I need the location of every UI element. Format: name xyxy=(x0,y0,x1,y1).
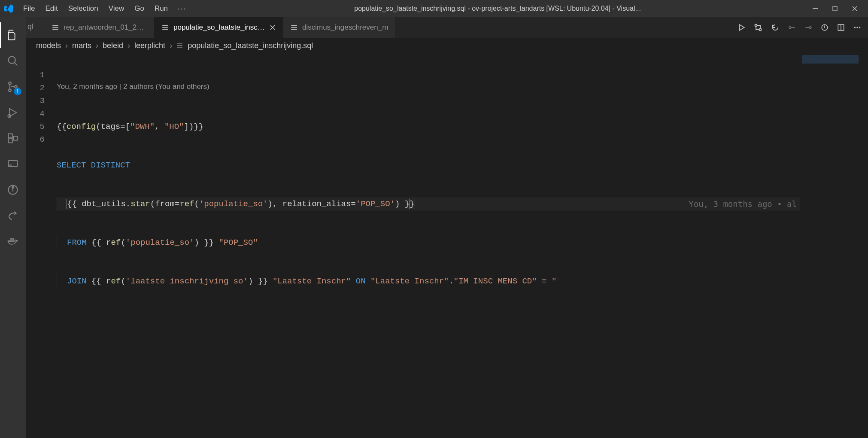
chevron-right-icon: › xyxy=(170,41,172,50)
line-number: 1 xyxy=(26,69,45,82)
line-number: 6 xyxy=(26,133,45,146)
tab-bar: rep_antwoorden_01_2013.sql populatie_so_… xyxy=(26,17,868,38)
sql-file-icon xyxy=(161,24,169,31)
menubar: File Edit Selection View Go Run ··· xyxy=(19,3,190,15)
tab-discimus[interactable]: discimus_ingeschreven_m xyxy=(283,17,395,38)
svg-point-20 xyxy=(759,29,762,31)
code-line: JOIN {{ ref('laatste_inschrijving_so') }… xyxy=(57,275,800,288)
activity-git-graph[interactable] xyxy=(0,177,26,203)
sql-file-icon xyxy=(290,24,298,31)
activity-run-debug[interactable] xyxy=(0,100,26,125)
crumb-marts[interactable]: marts xyxy=(72,41,91,50)
activity-explorer[interactable] xyxy=(0,22,26,48)
code-line xyxy=(57,313,800,326)
tab-overflow-left: ql xyxy=(26,17,35,36)
maximize-icon[interactable] xyxy=(825,0,845,17)
sql-file-icon xyxy=(176,42,183,49)
crumb-models[interactable]: models xyxy=(36,41,61,50)
scm-badge: 1 xyxy=(14,88,21,95)
svg-rect-0 xyxy=(813,8,818,9)
gitlens-codelens[interactable]: You, 2 months ago | 2 authors (You and o… xyxy=(57,79,800,94)
line-number: 3 xyxy=(26,94,45,107)
main: 1 rep_antwoorden_01_2013.sql xyxy=(0,17,868,438)
breadcrumb[interactable]: models › marts › beleid › leerplicht › p… xyxy=(26,38,868,53)
prev-change-icon[interactable] xyxy=(788,24,796,31)
more-actions-icon[interactable] xyxy=(853,24,861,31)
svg-rect-8 xyxy=(9,139,12,143)
menu-view[interactable]: View xyxy=(104,3,129,15)
activity-extensions[interactable] xyxy=(0,125,26,151)
tab-rep-antwoorden[interactable]: rep_antwoorden_01_2013.sql xyxy=(26,17,155,38)
menu-selection[interactable]: Selection xyxy=(64,3,103,15)
gitlens-inline-blame: You, 3 months ago • al xyxy=(689,198,800,210)
svg-point-27 xyxy=(859,27,860,28)
code-line: SELECT DISTINCT xyxy=(57,159,800,172)
menu-edit[interactable]: Edit xyxy=(41,3,62,15)
activity-remote[interactable] xyxy=(0,151,26,177)
menu-go[interactable]: Go xyxy=(130,3,149,15)
svg-point-13 xyxy=(12,186,14,188)
chevron-right-icon: › xyxy=(65,41,68,50)
crumb-leerplicht[interactable]: leerplicht xyxy=(134,41,165,50)
compare-icon[interactable] xyxy=(754,23,762,32)
split-editor-icon[interactable] xyxy=(837,24,845,31)
crumb-file[interactable]: populatie_so_laatste_inschrijving.sql xyxy=(188,41,313,50)
minimap-viewport[interactable] xyxy=(802,55,859,64)
sql-file-icon xyxy=(52,24,59,31)
crumb-beleid[interactable]: beleid xyxy=(103,41,123,50)
svg-rect-17 xyxy=(10,238,12,240)
svg-point-2 xyxy=(9,57,15,64)
code-line: {{config(tags=["DWH", "HO"])}} xyxy=(57,120,800,133)
menu-run[interactable]: Run xyxy=(150,3,172,15)
close-icon[interactable] xyxy=(269,24,276,31)
code-line: FROM {{ ref('populatie_so') }} "POP_SO" xyxy=(57,236,800,249)
dbt-power-icon[interactable] xyxy=(821,24,829,31)
chevron-right-icon: › xyxy=(96,41,98,50)
activity-source-control[interactable]: 1 xyxy=(0,74,26,100)
scrollbar[interactable] xyxy=(860,53,868,438)
svg-rect-9 xyxy=(13,136,17,140)
line-number: 5 xyxy=(26,120,45,133)
activity-docker[interactable] xyxy=(0,228,26,254)
window-title: populatie_so_laatste_inschrijving.sql - … xyxy=(190,5,805,12)
vscode-logo-icon xyxy=(3,3,14,14)
svg-point-21 xyxy=(789,27,791,29)
svg-point-22 xyxy=(809,27,811,29)
tab-populatie-active[interactable]: populatie_so_laatste_inschrijving.sql xyxy=(155,17,283,38)
run-icon[interactable] xyxy=(737,24,745,31)
svg-point-3 xyxy=(9,82,11,85)
activity-search[interactable] xyxy=(0,48,26,74)
menu-file[interactable]: File xyxy=(19,3,39,15)
revert-icon[interactable] xyxy=(771,23,780,32)
editor-body[interactable]: 1 2 3 4 5 6 You, 2 months ago | 2 author… xyxy=(26,53,868,438)
activity-bar: 1 xyxy=(0,17,26,438)
line-numbers: 1 2 3 4 5 6 xyxy=(26,53,57,438)
window-controls xyxy=(805,0,865,17)
close-icon[interactable] xyxy=(845,0,865,17)
code-content[interactable]: You, 2 months ago | 2 authors (You and o… xyxy=(57,53,800,438)
tab-label: populatie_so_laatste_inschrijving.sql xyxy=(173,23,265,32)
svg-point-26 xyxy=(856,27,858,28)
tab-label: discimus_ingeschreven_m xyxy=(302,23,388,32)
titlebar: File Edit Selection View Go Run ··· popu… xyxy=(0,0,868,17)
line-number: 4 xyxy=(26,107,45,120)
activity-share[interactable] xyxy=(0,203,26,228)
line-number: 2 xyxy=(26,82,45,94)
svg-rect-18 xyxy=(12,238,14,240)
code-line-current: {{ dbt_utils.star(from=ref('populatie_so… xyxy=(57,198,800,210)
chevron-right-icon: › xyxy=(127,41,130,50)
menu-more-icon[interactable]: ··· xyxy=(174,3,190,15)
svg-rect-7 xyxy=(9,134,12,138)
svg-point-11 xyxy=(9,165,11,167)
editor-area: rep_antwoorden_01_2013.sql populatie_so_… xyxy=(26,17,868,438)
minimap[interactable] xyxy=(800,53,860,438)
tab-label: rep_antwoorden_01_2013.sql xyxy=(64,23,147,32)
svg-point-19 xyxy=(755,24,757,27)
next-change-icon[interactable] xyxy=(804,24,812,31)
svg-point-4 xyxy=(9,89,11,91)
editor-actions xyxy=(731,17,868,38)
minimize-icon[interactable] xyxy=(805,0,825,17)
svg-rect-1 xyxy=(833,6,837,11)
svg-point-25 xyxy=(854,27,856,28)
